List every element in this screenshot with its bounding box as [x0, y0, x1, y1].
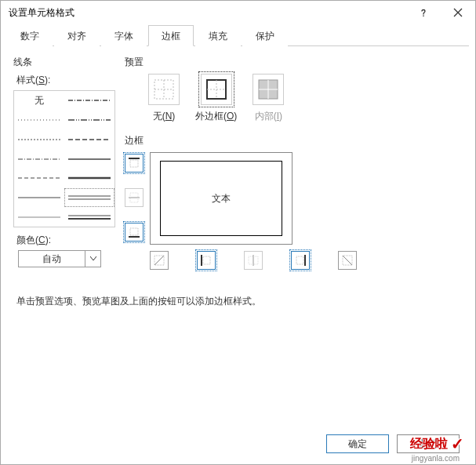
chevron-down-icon — [90, 256, 96, 261]
svg-rect-28 — [130, 228, 138, 235]
tab-border[interactable]: 边框 — [148, 25, 194, 46]
watermark-url: jingyanla.com — [412, 454, 460, 463]
right-section: 预置 无(N) 外边框(O) — [125, 56, 463, 270]
line-style-1[interactable] — [14, 111, 64, 130]
line-style-7[interactable] — [64, 91, 114, 111]
preview-text: 文本 — [160, 161, 282, 236]
preset-none-icon — [148, 74, 180, 105]
line-style-9[interactable] — [64, 129, 114, 149]
svg-rect-25 — [130, 160, 138, 167]
preset-outline[interactable]: 外边框(O) — [195, 74, 237, 123]
tab-font[interactable]: 字体 — [101, 25, 147, 46]
border-left-button[interactable] — [197, 251, 216, 270]
hint-text: 单击预置选项、预览草图及上面的按钮可以添加边框样式。 — [4, 295, 472, 308]
svg-line-39 — [343, 256, 352, 265]
line-style-4[interactable] — [14, 169, 64, 188]
svg-line-31 — [154, 256, 164, 265]
style-label: 样式(S): — [16, 74, 115, 87]
line-style-3[interactable] — [14, 149, 64, 169]
line-style-picker[interactable]: 无 — [13, 90, 115, 227]
question-icon — [419, 8, 428, 17]
color-dropdown-button[interactable] — [85, 251, 100, 267]
border-diagonal-down-button[interactable] — [338, 251, 357, 270]
line-style-12[interactable] — [64, 188, 114, 208]
svg-rect-36 — [296, 256, 303, 264]
preset-group-label: 预置 — [125, 56, 463, 69]
preset-inside-icon — [253, 74, 284, 105]
close-icon — [453, 8, 463, 17]
line-style-6[interactable] — [14, 207, 64, 227]
line-style-13[interactable] — [64, 207, 114, 227]
line-style-8[interactable] — [64, 111, 114, 130]
titlebar: 设置单元格格式 — [1, 1, 475, 24]
border-diagonal-up-button[interactable] — [150, 251, 169, 270]
color-value: 自动 — [19, 251, 85, 267]
preset-none[interactable]: 无(N) — [148, 74, 180, 123]
footer: 确定 取消 — [326, 434, 460, 453]
line-group-label: 线条 — [13, 56, 115, 69]
border-horizontal-button[interactable] — [125, 188, 144, 207]
content-area: 线条 样式(S): 无 — [1, 46, 475, 279]
line-style-none[interactable]: 无 — [14, 91, 64, 111]
line-style-5[interactable] — [14, 188, 64, 208]
border-bottom-button[interactable] — [125, 223, 144, 242]
preset-outline-icon — [201, 74, 232, 105]
format-cells-dialog: 设置单元格格式 数字 对齐 字体 边框 填充 保护 线条 样式(S): 无 — [0, 0, 476, 465]
border-top-button[interactable] — [125, 154, 144, 173]
border-right-button[interactable] — [291, 251, 310, 270]
help-button[interactable] — [406, 1, 441, 24]
tab-bar: 数字 对齐 字体 边框 填充 保护 — [7, 24, 469, 46]
color-combo[interactable]: 自动 — [18, 250, 101, 267]
close-button[interactable] — [441, 1, 475, 24]
line-style-11[interactable] — [64, 169, 114, 188]
border-preview[interactable]: 文本 — [150, 152, 293, 245]
line-style-10[interactable] — [64, 149, 114, 169]
tab-fill[interactable]: 填充 — [195, 25, 241, 46]
tab-alignment[interactable]: 对齐 — [54, 25, 100, 46]
tab-number[interactable]: 数字 — [7, 25, 53, 46]
ok-button[interactable]: 确定 — [326, 434, 389, 453]
line-section: 线条 样式(S): 无 — [13, 56, 115, 270]
cancel-button[interactable]: 取消 — [397, 434, 460, 453]
svg-rect-33 — [203, 256, 210, 264]
border-vertical-button[interactable] — [244, 251, 263, 270]
dialog-title: 设置单元格格式 — [9, 6, 406, 20]
preset-row: 无(N) 外边框(O) 内部(I) — [148, 74, 463, 123]
preset-inside: 内部(I) — [253, 74, 284, 123]
line-style-2[interactable] — [14, 129, 64, 149]
border-group-label: 边框 — [125, 134, 463, 147]
tab-protection[interactable]: 保护 — [242, 25, 288, 46]
color-label: 颜色(C): — [16, 234, 115, 247]
